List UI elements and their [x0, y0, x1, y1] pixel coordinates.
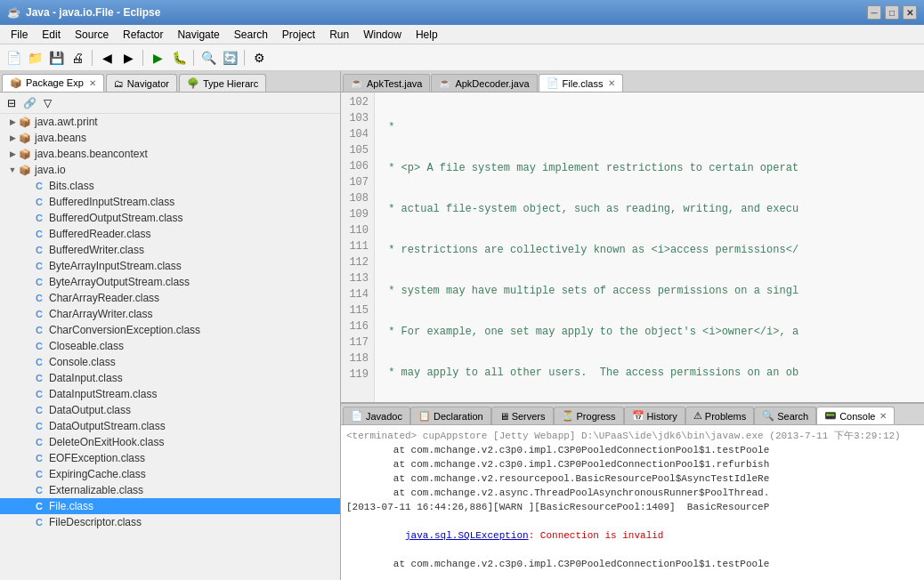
- menu-navigate[interactable]: Navigate: [170, 27, 226, 43]
- editor-tab-apktest[interactable]: ☕ ApkTest.java: [343, 74, 430, 92]
- code-editor[interactable]: 102 103 104 105 106 107 108 109 110 111 …: [341, 93, 924, 402]
- tab-type-hierarchy[interactable]: 🌳 Type Hierarc: [179, 74, 266, 92]
- tree-toolbar: ⊟ 🔗 ▽: [0, 93, 340, 114]
- tree-item-EOFException[interactable]: C EOFException.class: [0, 450, 340, 466]
- bottom-tab-servers[interactable]: 🖥 Servers: [491, 407, 554, 424]
- label-java-awt-print: java.awt.print: [35, 116, 98, 128]
- menu-window[interactable]: Window: [356, 27, 409, 43]
- tab-package-explorer-close[interactable]: ✕: [89, 78, 96, 88]
- tree-item-BufferedInputStream[interactable]: C BufferedInputStream.class: [0, 194, 340, 210]
- toolbar-back-button[interactable]: ◀: [97, 48, 117, 68]
- menu-search[interactable]: Search: [227, 27, 275, 43]
- label-File: File.class: [49, 500, 93, 512]
- class-icon-BufferedWriter: C: [32, 243, 46, 257]
- line-numbers: 102 103 104 105 106 107 108 109 110 111 …: [341, 93, 375, 402]
- toolbar-open-button[interactable]: 📁: [25, 48, 45, 68]
- class-icon-File: C: [32, 499, 46, 513]
- bottom-tab-console[interactable]: 📟 Console ✕: [816, 407, 895, 424]
- tree-item-CharArrayWriter[interactable]: C CharArrayWriter.class: [0, 306, 340, 322]
- console-line-6: java.sql.SQLException: Connection is inv…: [346, 514, 919, 557]
- toolbar-settings-button[interactable]: ⚙: [249, 48, 269, 68]
- label-Closeable: Closeable.class: [49, 340, 124, 352]
- apkdecoder-label: ApkDecoder.java: [455, 78, 529, 89]
- expand-java-awt-print: ▶: [7, 117, 18, 126]
- tree-item-ByteArrayInputStream[interactable]: C ByteArrayInputStream.class: [0, 258, 340, 274]
- tree-item-BufferedReader[interactable]: C BufferedReader.class: [0, 226, 340, 242]
- tree-item-java-awt-print[interactable]: ▶ 📦 java.awt.print: [0, 114, 340, 130]
- menu-edit[interactable]: Edit: [35, 27, 68, 43]
- menu-file[interactable]: File: [4, 27, 35, 43]
- editor-tab-file-class[interactable]: 📄 File.class ✕: [539, 74, 624, 92]
- editor-tab-fileclass-close[interactable]: ✕: [608, 78, 615, 88]
- console-tab-close[interactable]: ✕: [879, 411, 887, 421]
- toolbar-new-button[interactable]: 📄: [4, 48, 23, 68]
- tree-item-DeleteOnExitHook[interactable]: C DeleteOnExitHook.class: [0, 434, 340, 450]
- history-icon: 📅: [632, 410, 644, 422]
- tree-item-CharArrayReader[interactable]: C CharArrayReader.class: [0, 290, 340, 306]
- toolbar-print-button[interactable]: 🖨: [68, 48, 87, 68]
- tree-item-DataInputStream[interactable]: C DataInputStream.class: [0, 386, 340, 402]
- tree-item-java-beans-beancontext[interactable]: ▶ 📦 java.beans.beancontext: [0, 146, 340, 162]
- editor-tab-apkdecoder[interactable]: ☕ ApkDecoder.java: [431, 74, 537, 92]
- package-icon-java-beans: 📦: [18, 131, 32, 145]
- editor-tab-bar: ☕ ApkTest.java ☕ ApkDecoder.java 📄 File.…: [341, 71, 924, 93]
- tree-item-DataInput[interactable]: C DataInput.class: [0, 370, 340, 386]
- tree-item-java-beans[interactable]: ▶ 📦 java.beans: [0, 130, 340, 146]
- toolbar-run-button[interactable]: ▶: [148, 48, 167, 68]
- toolbar-forward-button[interactable]: ▶: [118, 48, 138, 68]
- tree-item-Externalizable[interactable]: C Externalizable.class: [0, 482, 340, 498]
- tab-package-explorer[interactable]: 📦 Package Exp ✕: [2, 74, 104, 92]
- tree-item-Closeable[interactable]: C Closeable.class: [0, 338, 340, 354]
- left-panel: 📦 Package Exp ✕ 🗂 Navigator 🌳 Type Hiera…: [0, 71, 341, 580]
- bottom-tab-search[interactable]: 🔍 Search: [754, 407, 816, 424]
- package-icon-java-beans-beancontext: 📦: [18, 147, 32, 161]
- menu-help[interactable]: Help: [409, 27, 445, 43]
- class-icon-Bits: C: [32, 179, 46, 193]
- problems-label: Problems: [705, 411, 746, 422]
- bottom-tab-declaration[interactable]: 📋 Declaration: [410, 407, 491, 424]
- tree-item-Bits[interactable]: C Bits.class: [0, 178, 340, 194]
- tree-link-editor-button[interactable]: 🔗: [21, 95, 37, 111]
- bottom-tab-history[interactable]: 📅 History: [624, 407, 685, 424]
- tree-collapse-all-button[interactable]: ⊟: [4, 95, 20, 111]
- tree-item-BufferedWriter[interactable]: C BufferedWriter.class: [0, 242, 340, 258]
- toolbar-search-button[interactable]: 🔍: [199, 48, 218, 68]
- tree-item-ByteArrayOutputStream[interactable]: C ByteArrayOutputStream.class: [0, 274, 340, 290]
- class-icon-BufferedOutputStream: C: [32, 211, 46, 225]
- tree-item-BufferedOutputStream[interactable]: C BufferedOutputStream.class: [0, 210, 340, 226]
- toolbar-save-button[interactable]: 💾: [46, 48, 66, 68]
- tab-navigator[interactable]: 🗂 Navigator: [106, 74, 177, 92]
- tree-item-File[interactable]: C File.class: [0, 498, 340, 514]
- menu-project[interactable]: Project: [275, 27, 322, 43]
- console-label: Console: [839, 411, 875, 422]
- tree-item-DataOutputStream[interactable]: C DataOutputStream.class: [0, 418, 340, 434]
- tree-scroller[interactable]: ▶ 📦 java.awt.print ▶ 📦 java.beans ▶ 📦 ja…: [0, 114, 340, 580]
- tree-item-FileDescriptor[interactable]: C FileDescriptor.class: [0, 514, 340, 530]
- toolbar-debug-button[interactable]: 🐛: [169, 48, 189, 68]
- tree-item-Console[interactable]: C Console.class: [0, 354, 340, 370]
- maximize-button[interactable]: □: [885, 5, 899, 20]
- expand-java-beans-beancontext: ▶: [7, 149, 18, 158]
- toolbar-sep-4: [244, 50, 245, 66]
- class-icon-Console: C: [32, 355, 46, 369]
- right-panel: ☕ ApkTest.java ☕ ApkDecoder.java 📄 File.…: [341, 71, 924, 580]
- menu-refactor[interactable]: Refactor: [116, 27, 170, 43]
- tree-item-ExpiringCache[interactable]: C ExpiringCache.class: [0, 466, 340, 482]
- class-icon-DataInputStream: C: [32, 387, 46, 401]
- toolbar-refresh-button[interactable]: 🔄: [220, 48, 239, 68]
- minimize-button[interactable]: ─: [867, 5, 881, 20]
- tree-item-CharConversionException[interactable]: C CharConversionException.class: [0, 322, 340, 338]
- tree-view-menu-button[interactable]: ▽: [39, 95, 55, 111]
- code-content[interactable]: * * <p> A file system may implement rest…: [375, 93, 924, 402]
- console-line-5: [2013-07-11 16:44:26,886][WARN ][BasicRe…: [346, 500, 919, 514]
- close-button[interactable]: ✕: [903, 5, 917, 20]
- title-bar: ☕ Java - java.io.File - Eclipse ─ □ ✕: [0, 0, 924, 25]
- bottom-tab-progress[interactable]: ⏳ Progress: [554, 407, 624, 424]
- menu-run[interactable]: Run: [322, 27, 356, 43]
- tree-item-java-io[interactable]: ▼ 📦 java.io: [0, 162, 340, 178]
- bottom-tab-problems[interactable]: ⚠ Problems: [685, 407, 754, 424]
- menu-source[interactable]: Source: [68, 27, 116, 43]
- sql-exception-link[interactable]: java.sql.SQLException: [405, 530, 529, 541]
- tree-item-DataOutput[interactable]: C DataOutput.class: [0, 402, 340, 418]
- bottom-tab-javadoc[interactable]: 📄 Javadoc: [343, 407, 410, 424]
